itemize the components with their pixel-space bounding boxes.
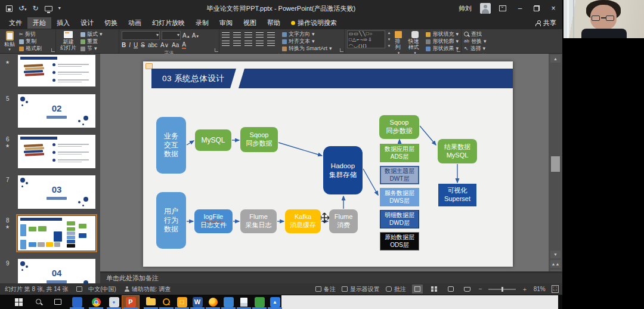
notes-pane[interactable]: 单击此处添加备注 (100, 273, 562, 283)
diagram-node-hadoop-cluster[interactable]: Hadoop集群存储 (323, 146, 363, 194)
notes-toggle[interactable]: 备注 (315, 285, 336, 293)
diagram-node-logfile[interactable]: logFile日志文件 (194, 209, 233, 233)
replace-button[interactable]: ab替换 ▾ (464, 39, 506, 45)
vertical-scrollbar[interactable]: ▲ ▼ ▲▲ ▼▼ (549, 54, 562, 283)
slide-thumbnail-5[interactable]: 02 (18, 94, 95, 128)
comment-marker-icon[interactable] (145, 63, 153, 69)
display-settings-button[interactable]: 显示器设置 (342, 285, 380, 293)
shape-fill-button[interactable]: 形状填充 ▾ (426, 32, 459, 38)
taskbar-app-word[interactable]: W (190, 296, 205, 307)
reset-button[interactable]: 重置 (80, 39, 103, 45)
diagram-node-dwt-layer[interactable]: 数据主题层DWT层 (380, 166, 419, 184)
taskbar-app-app-remote-blue[interactable] (69, 296, 85, 307)
change-case-button[interactable]: Aa (172, 42, 179, 48)
shrink-font-icon[interactable]: A▼ (192, 33, 200, 39)
shape-effects-button[interactable]: 形状效果 ▾ (426, 46, 459, 52)
italic-button[interactable]: I (129, 42, 131, 48)
format-painter-button[interactable]: 格式刷 (19, 46, 42, 52)
diagram-node-result-mysql[interactable]: 结果数据MySQL (438, 139, 477, 163)
comments-toggle[interactable]: 批注 (386, 285, 406, 293)
increase-indent-icon[interactable] (256, 32, 264, 38)
shapes-gallery-scroll[interactable]: ▲▼▼ (388, 30, 391, 48)
share-button[interactable]: 共享 (535, 18, 556, 27)
slide-canvas[interactable]: 03 系统总体设计 业务交互数据MySQLSqoop同步数据Hadoop集群存储… (143, 61, 513, 267)
diagram-node-business-data[interactable]: 业务交互数据 (156, 117, 186, 174)
scroll-up-icon[interactable]: ▲ (550, 55, 561, 63)
shape-gallery-row[interactable]: □△⌐¬⇨⇩ (349, 37, 383, 43)
taskbar-app-app-search-everything[interactable] (159, 296, 174, 307)
decrease-indent-icon[interactable] (244, 32, 252, 38)
start-button[interactable] (11, 296, 26, 307)
tab-animations[interactable]: 动画 (123, 17, 147, 29)
character-spacing-button[interactable]: A∨ (160, 42, 169, 48)
task-view-button[interactable] (50, 296, 66, 307)
cut-button[interactable]: ✂剪切 (19, 32, 42, 38)
tab-record[interactable]: 录制 (190, 17, 214, 29)
diagram-node-superset[interactable]: 可视化Superset (438, 184, 476, 206)
diagram-node-user-behavior[interactable]: 用户行为数据 (156, 192, 186, 249)
shape-gallery-row[interactable]: ◠◡(){} (349, 43, 383, 48)
select-button[interactable]: ↖选择 ▾ (464, 46, 506, 52)
taskbar-app-notepad[interactable] (236, 296, 252, 307)
copy-button[interactable]: 复制 (19, 39, 42, 45)
font-name-combo[interactable] (122, 31, 160, 40)
align-right-icon[interactable] (244, 41, 252, 47)
slideshow-view-button[interactable] (462, 285, 473, 293)
diagram-node-sqoop-sync-2[interactable]: Sqoop同步数据 (379, 115, 419, 139)
language-indicator[interactable]: 中文(中国) (88, 285, 116, 293)
shape-gallery-row[interactable]: ▭▭╲╲□○ (349, 31, 383, 37)
line-spacing-icon[interactable] (267, 32, 275, 38)
proofing-icon[interactable] (76, 286, 82, 292)
shape-outline-button[interactable]: 形状轮廓 ▾ (426, 39, 459, 45)
tab-review[interactable]: 审阅 (214, 17, 238, 29)
fit-to-window-icon[interactable]: ⛶ (552, 285, 559, 293)
strikethrough-button[interactable]: S (141, 42, 145, 48)
taskbar-app-file-explorer[interactable] (143, 296, 159, 307)
taskbar-app-app-meeting[interactable]: ● (106, 296, 122, 307)
zoom-slider-thumb[interactable] (501, 287, 503, 292)
close-button[interactable]: × (548, 4, 559, 13)
section-button[interactable]: 节 ▾ (80, 46, 103, 52)
diagram-node-flume-collect[interactable]: Flume采集日志 (240, 209, 277, 233)
arrange-button[interactable]: 排列▾ (393, 30, 404, 56)
tab-view[interactable]: 视图 (238, 17, 262, 29)
previous-slide-icon[interactable]: ▲▲ (550, 260, 561, 268)
tab-home[interactable]: 开始 (27, 17, 51, 29)
grow-font-icon[interactable]: A▲ (182, 33, 190, 39)
taskbar-app-chrome[interactable] (88, 296, 104, 307)
columns-icon[interactable] (267, 41, 275, 47)
quick-styles-button[interactable]: 快速样式▾ (406, 30, 423, 56)
align-text-button[interactable]: 对齐文本 ▾ (282, 39, 332, 45)
shapes-gallery[interactable]: ▭▭╲╲□○□△⌐¬⇨⇩◠◡(){} (347, 30, 385, 48)
convert-smartart-button[interactable]: 转换为 SmartArt ▾ (282, 46, 332, 52)
diagram-node-kafka[interactable]: Kafka消息缓存 (285, 209, 321, 233)
font-size-combo[interactable] (162, 31, 181, 40)
zoom-slider[interactable] (488, 289, 516, 290)
scrollbar-thumb[interactable] (551, 156, 560, 172)
diagram-node-sqoop-sync-1[interactable]: Sqoop同步数据 (240, 127, 278, 152)
drawing-dialog-launcher[interactable] (457, 48, 460, 52)
underline-button[interactable]: U (134, 42, 138, 48)
align-center-icon[interactable] (233, 41, 241, 47)
diagram-node-dws-layer[interactable]: 服务数据层DWS层 (380, 188, 419, 206)
zoom-level[interactable]: 81% (534, 286, 546, 292)
slide-thumbnail-8[interactable] (18, 216, 95, 251)
tab-help[interactable]: 帮助 (262, 17, 286, 29)
ribbon-display-options-icon[interactable] (499, 5, 506, 11)
minimize-button[interactable]: – (515, 4, 525, 13)
tab-transitions[interactable]: 切换 (99, 17, 123, 29)
avatar[interactable] (480, 3, 491, 14)
restore-button[interactable] (534, 5, 540, 11)
reading-view-button[interactable] (445, 285, 456, 293)
text-direction-button[interactable]: 文字方向 ▾ (282, 32, 332, 38)
font-dialog-launcher[interactable] (215, 48, 218, 52)
slide-thumbnail-7[interactable]: 03 (18, 175, 95, 209)
taskbar-app-photos[interactable]: ▲ (267, 296, 283, 307)
tab-slideshow[interactable]: 幻灯片放映 (147, 17, 190, 29)
layout-button[interactable]: 版式 ▾ (80, 32, 103, 38)
taskbar-app-powerpoint[interactable]: P (123, 296, 138, 307)
tab-file[interactable]: 文件 (4, 17, 27, 29)
clear-formatting-button[interactable]: abc (148, 42, 157, 48)
accessibility-status[interactable]: 辅助功能: 调查 (125, 285, 171, 293)
justify-icon[interactable] (256, 41, 264, 47)
